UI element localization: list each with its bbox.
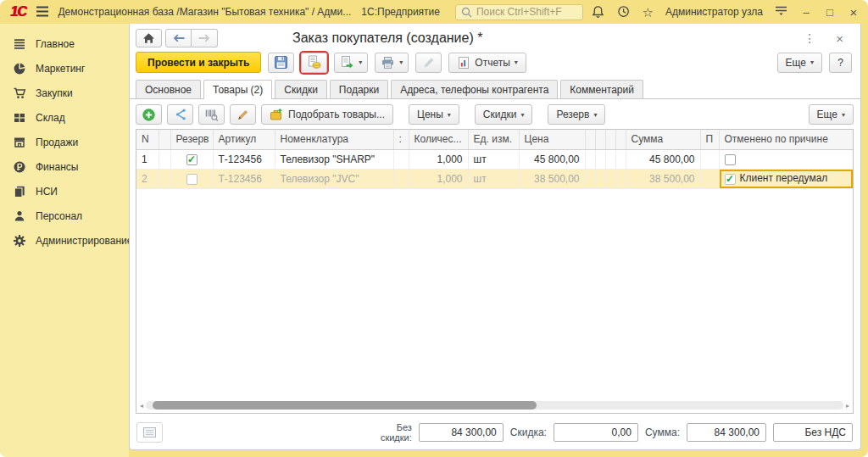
sidebar-item-finance[interactable]: Финансы <box>0 154 129 179</box>
list-view-button[interactable] <box>136 422 163 443</box>
discount-label: Скидка: <box>510 426 547 438</box>
pick-goods-label: Подобрать товары... <box>288 109 385 120</box>
cancelled-checkbox[interactable]: ✓ <box>725 174 736 185</box>
col-n[interactable]: N <box>136 130 159 149</box>
close-window-button[interactable]: × <box>848 5 860 20</box>
scrollbar-thumb[interactable] <box>153 401 537 410</box>
tab-discounts[interactable]: Скидки <box>275 80 327 98</box>
main-menu-icon[interactable] <box>36 5 49 19</box>
horizontal-scrollbar[interactable]: ◂ ▸ <box>140 400 849 410</box>
create-based-on-icon <box>340 55 354 70</box>
sidebar-label: Финансы <box>36 161 78 173</box>
sidebar-item-personnel[interactable]: Персонал <box>0 203 129 228</box>
minimize-button[interactable]: – <box>800 6 812 19</box>
forward-button[interactable] <box>192 29 218 47</box>
col-narrow[interactable] <box>595 130 605 149</box>
sidebar-item-marketing[interactable]: Маркетинг <box>0 56 129 81</box>
cancelled-checkbox[interactable]: ✓ <box>725 154 736 165</box>
col-p[interactable]: П <box>700 130 719 149</box>
sidebar-item-nsi[interactable]: НСИ <box>0 179 129 203</box>
col-reserve[interactable]: Резерв <box>170 130 213 149</box>
search-input[interactable] <box>476 6 577 18</box>
vat-value: Без НДС <box>773 423 853 442</box>
prices-button[interactable]: Цены ▾ <box>409 104 459 125</box>
sidebar-item-main[interactable]: Главное <box>0 31 129 56</box>
ruble-icon <box>13 160 26 174</box>
col-flag[interactable] <box>159 130 170 149</box>
col-quantity[interactable]: Количес... <box>409 130 468 149</box>
col-unit[interactable]: Ед. изм. <box>468 130 519 149</box>
sidebar-label: Закупки <box>36 87 73 99</box>
global-search[interactable] <box>455 4 583 20</box>
col-price[interactable]: Цена <box>519 130 585 149</box>
scrollbar-track[interactable] <box>146 401 843 410</box>
scroll-right-icon[interactable]: ▸ <box>846 402 849 410</box>
share-structure-button[interactable] <box>167 104 193 125</box>
add-row-button[interactable] <box>136 104 162 125</box>
tab-goods[interactable]: Товары (2) <box>203 80 272 98</box>
sidebar-label: Продажи <box>36 137 78 148</box>
pencil-icon <box>236 108 250 121</box>
current-user[interactable]: Администратор узла <box>665 6 763 18</box>
form-close-icon[interactable]: × <box>836 31 843 46</box>
table-row[interactable]: 1 ✓ Т-123456 Телевизор "SHARP" 1,000 шт … <box>136 149 853 169</box>
help-button[interactable]: ? <box>829 53 852 73</box>
col-narrow[interactable] <box>615 130 626 149</box>
sidebar-item-administration[interactable]: Администрирование <box>0 228 129 253</box>
col-narrow[interactable] <box>605 130 615 149</box>
reserve-checkbox[interactable]: ✓ <box>186 154 198 165</box>
home-button[interactable] <box>136 29 162 47</box>
service-settings-icon[interactable] <box>775 5 788 19</box>
notifications-bell-icon[interactable] <box>592 5 605 19</box>
tab-comment[interactable]: Комментарий <box>560 80 643 98</box>
post-document-button[interactable] <box>301 53 327 73</box>
cancel-reason-cell[interactable]: ✓Клиент передумал <box>719 169 853 188</box>
sidebar-item-warehouse[interactable]: Склад <box>0 105 129 130</box>
edit-disabled-button[interactable] <box>415 53 442 73</box>
tab-addresses[interactable]: Адреса, телефоны контрагента <box>391 80 558 98</box>
forward-arrow-icon <box>198 33 211 43</box>
col-cancel-reason[interactable]: Отменено по причине <box>719 130 853 149</box>
discounts-button[interactable]: Скидки ▾ <box>475 104 533 125</box>
edit-row-button[interactable] <box>230 104 256 125</box>
col-sum[interactable]: Сумма <box>626 130 700 149</box>
col-nomenclature[interactable]: Номенклатура <box>275 130 393 149</box>
reserve-button[interactable]: Резерв ▾ <box>548 104 605 125</box>
table-toolbar: Подобрать товары... Цены ▾ Скидки ▾ Резе… <box>136 104 854 125</box>
save-button[interactable] <box>268 53 294 73</box>
table-header-row[interactable]: N Резерв Артикул Номенклатура : Количес.… <box>136 130 853 149</box>
col-narrow[interactable] <box>585 130 595 149</box>
col-truncated[interactable]: : <box>393 130 409 149</box>
sidebar-item-purchases[interactable]: Закупки <box>0 81 129 105</box>
pick-goods-button[interactable]: Подобрать товары... <box>261 104 393 125</box>
barcode-icon <box>204 108 219 121</box>
scroll-left-icon[interactable]: ◂ <box>140 402 143 410</box>
menu-lines-icon <box>13 37 26 51</box>
goods-tab-content: Подобрать товары... Цены ▾ Скидки ▾ Резе… <box>130 99 860 449</box>
back-button[interactable] <box>165 29 192 47</box>
favorites-star-icon[interactable]: ☆ <box>643 6 654 19</box>
form-menu-dots-icon[interactable]: ⋮ <box>804 31 815 45</box>
sidebar-item-sales[interactable]: Продажи <box>0 130 129 154</box>
totals-bar: Без скидки: 84 300,00 Скидка: 0,00 Сумма… <box>136 414 854 443</box>
tab-gifts[interactable]: Подарки <box>330 80 388 98</box>
form-header: Заказ покупателя (создание) * ⋮ × <box>130 24 860 49</box>
reports-button[interactable]: Отчеты ▾ <box>448 53 526 73</box>
post-and-close-button[interactable]: Провести и закрыть <box>136 52 261 73</box>
form-more-button[interactable]: Еще ▾ <box>777 53 822 73</box>
create-based-on-button[interactable]: ▾ <box>334 53 368 73</box>
title-bar: 1С Демонстрационная база /Магазин "Бытов… <box>0 0 868 24</box>
gear-icon <box>13 234 26 248</box>
reserve-checkbox[interactable]: ✓ <box>186 174 198 185</box>
maximize-button[interactable]: □ <box>824 6 836 19</box>
print-button[interactable]: ▾ <box>375 53 409 73</box>
history-icon[interactable] <box>617 5 631 19</box>
reports-label: Отчеты <box>475 57 509 69</box>
barcode-search-button[interactable] <box>198 104 225 125</box>
table-row-selected[interactable]: 2 ✓ Т-123456 Телевизор "JVC" 1,000 шт 38… <box>136 169 853 188</box>
table-more-button[interactable]: Еще ▾ <box>809 104 854 125</box>
col-article[interactable]: Артикул <box>213 130 275 149</box>
shop-icon <box>13 136 26 149</box>
window-title: Демонстрационная база /Магазин "Бытовая … <box>58 6 351 18</box>
tab-main[interactable]: Основное <box>136 80 201 98</box>
